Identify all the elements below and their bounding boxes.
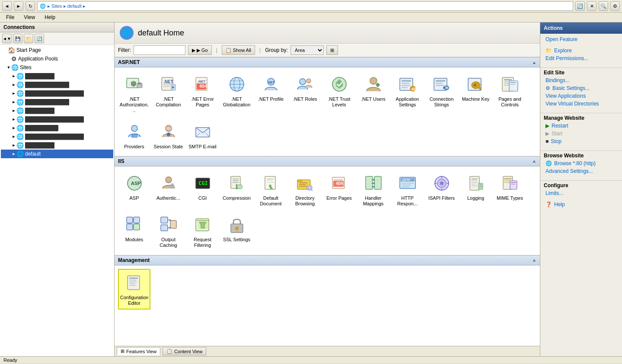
basic-settings-button[interactable]: ⚙ Basic Settings... <box>540 84 622 92</box>
feature-net-compilation[interactable]: .NET .NET Compilation <box>152 71 185 117</box>
feature-ssl[interactable]: SSL Settings <box>220 211 253 251</box>
feature-http-response[interactable]: HTTP HTTP Respon... <box>391 170 424 210</box>
feature-net-glob[interactable]: .NET Globalization <box>220 71 253 117</box>
feature-dir-browsing[interactable]: Directory Browsing <box>289 170 321 210</box>
svg-rect-97 <box>402 185 411 185</box>
feature-cgi[interactable]: CGI CGI <box>186 170 219 210</box>
tree-label-site6: ████████████████ <box>25 116 84 122</box>
menu-help[interactable]: Help <box>42 13 58 21</box>
tree-item-site6[interactable]: ► 🌐 ████████████████ <box>1 115 113 124</box>
address-bar: 🌐 ▸ Sites ▸ default ▸ <box>37 1 573 11</box>
feature-conn-strings[interactable]: Connection Strings <box>425 71 458 117</box>
forward-button[interactable]: ► <box>14 1 23 11</box>
tree-item-site2[interactable]: ► 🌐 ████████████ <box>1 80 113 89</box>
start-button[interactable]: ▶ Start <box>540 130 622 137</box>
explore-button[interactable]: 📁 Explore <box>540 47 622 54</box>
feature-session-state[interactable]: Session State <box>152 118 185 153</box>
groupby-select[interactable]: Area Category <box>290 45 324 55</box>
feature-net-error[interactable]: .NET 404 .NET Error Pages <box>186 71 219 117</box>
tools-button[interactable]: ⚙ <box>610 1 620 11</box>
iis-section-header[interactable]: IIS ▲ <box>115 156 540 166</box>
compat-button[interactable]: 🔄 <box>575 1 585 11</box>
showall-button[interactable]: 📋 Show All <box>222 45 255 55</box>
feature-default-doc[interactable]: Default Document <box>255 170 287 210</box>
svg-point-46 <box>131 125 137 131</box>
menu-view[interactable]: View <box>21 13 38 21</box>
feature-net-trust[interactable]: .NET Trust Levels <box>323 71 355 117</box>
stop-nav-button[interactable]: ✕ <box>587 1 596 11</box>
management-section-header[interactable]: Management ▲ <box>115 255 540 265</box>
conn-strings-icon <box>431 74 452 95</box>
help-button[interactable]: ❓ Help <box>540 201 622 208</box>
tree-item-sites[interactable]: ▼ 🌐 Sites <box>1 63 113 72</box>
feature-error-pages[interactable]: 404 Error Pages <box>323 170 355 210</box>
feature-providers[interactable]: Providers <box>118 118 150 153</box>
tree-item-startpage[interactable]: 🏠 Start Page <box>1 46 113 54</box>
view-toggle-button[interactable]: ⊞ <box>326 45 338 55</box>
tree-item-site1[interactable]: ► 🌐 ████████ <box>1 72 113 80</box>
feature-request-filter[interactable]: Request Filtering <box>186 211 219 251</box>
help-label: Help <box>554 201 565 208</box>
tree-item-site7[interactable]: ► 🌐 █████████ <box>1 124 113 132</box>
view-applications-button[interactable]: View Applications <box>540 92 622 100</box>
feature-isapi[interactable]: ISAPI Filters <box>425 170 458 210</box>
advanced-settings-button[interactable]: Advanced Settings... <box>540 167 622 175</box>
menu-file[interactable]: File <box>3 13 17 21</box>
limits-button[interactable]: Limits... <box>540 189 622 197</box>
asp-icon: ASP <box>124 173 145 194</box>
address-icon: 🌐 <box>40 3 46 9</box>
feature-auth[interactable]: Authentic... <box>152 170 185 210</box>
stop-button[interactable]: ■ Stop <box>540 137 622 145</box>
aspnet-section-header[interactable]: ASP.NET ▲ <box>115 57 540 67</box>
edit-permissions-button[interactable]: Edit Permissions... <box>540 54 622 62</box>
open-feature-button[interactable]: Open Feature <box>540 35 622 43</box>
features-view-tab[interactable]: ⊞ Features View <box>117 347 160 355</box>
refresh-button[interactable]: ↻ <box>26 1 35 11</box>
feature-net-users[interactable]: .NET Users <box>357 71 389 117</box>
feature-net-roles[interactable]: .NET Roles <box>289 71 321 117</box>
feature-config-editor[interactable]: Configuration Editor <box>118 269 150 310</box>
feature-mime[interactable]: MIME Types <box>494 170 526 210</box>
feature-compression[interactable]: Compression <box>220 170 253 210</box>
restart-button[interactable]: ▶ Restart <box>540 122 622 130</box>
tree-item-site9[interactable]: ► 🌐 ████████ <box>1 141 113 150</box>
view-virtual-dirs-button[interactable]: View Virtual Directories <box>540 100 622 108</box>
filter-input[interactable] <box>134 45 185 55</box>
toolbar-folder-button[interactable]: 📁 <box>24 34 33 43</box>
toolbar-nav-button[interactable]: ◄▼ <box>2 34 12 43</box>
toolbar-refresh-button[interactable]: 🔄 <box>35 34 44 43</box>
feature-pages-controls[interactable]: Pages and Controls <box>494 71 526 117</box>
feature-smtp[interactable]: SMTP E-mail <box>186 118 219 153</box>
tree-toggle-site3: ► <box>11 91 16 96</box>
tree-item-apppools[interactable]: ⚙ Application Pools <box>1 54 113 63</box>
conn-strings-label: Connection Strings <box>427 96 456 108</box>
svg-rect-85 <box>366 176 373 189</box>
svg-point-23 <box>370 77 377 84</box>
feature-modules[interactable]: Modules <box>118 211 150 251</box>
browse-80-button[interactable]: 🌐 Browse *:80 (http) <box>540 160 622 167</box>
svg-rect-45 <box>510 84 515 85</box>
tree-item-site3[interactable]: ► 🌐 ████████████████ <box>1 89 113 98</box>
actions-header: Actions <box>540 22 622 34</box>
toolbar-save-button[interactable]: 💾 <box>13 34 22 43</box>
feature-net-profile[interactable]: .NET .NET Profile <box>255 71 287 117</box>
feature-output-caching[interactable]: Output Caching <box>152 211 185 251</box>
feature-logging[interactable]: Logging <box>459 170 492 210</box>
tree-item-site5[interactable]: ► 🌐 ████████ <box>1 106 113 115</box>
feature-app-settings[interactable]: ab Application Settings <box>391 71 424 117</box>
bindings-button[interactable]: Bindings... <box>540 77 622 84</box>
back-button[interactable]: ◄ <box>2 1 12 11</box>
tree-item-default[interactable]: ► 🌐 default <box>1 150 113 158</box>
go-button[interactable]: ▶ ▶ Go <box>188 45 212 55</box>
machine-key-label: Machine Key <box>462 96 490 102</box>
feature-handler-mappings[interactable]: Handler Mappings <box>357 170 389 210</box>
tree-icon-site3: 🌐 <box>16 90 24 97</box>
management-section-title: Management <box>118 257 150 263</box>
tree-item-site4[interactable]: ► 🌐 ████████████ <box>1 98 113 106</box>
content-view-tab[interactable]: 📋 Content View <box>163 347 206 355</box>
search-button[interactable]: 🔍 <box>599 1 608 11</box>
feature-net-auth[interactable]: .NET Authorization... <box>118 71 150 117</box>
feature-asp[interactable]: ASP ASP <box>118 170 150 210</box>
feature-machine-key[interactable]: Machine Key <box>459 71 492 117</box>
tree-item-site8[interactable]: ► 🌐 ████████████████ <box>1 132 113 141</box>
